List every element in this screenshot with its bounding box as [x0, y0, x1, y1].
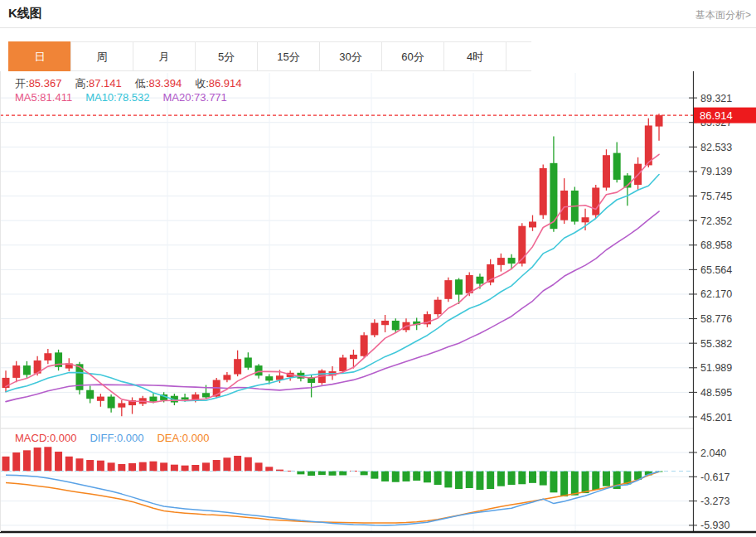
price-tick-label: 89.321: [700, 93, 732, 104]
macd-hist-bar-down: [592, 472, 599, 490]
candle-body-down: [255, 365, 263, 375]
candle-body-up: [44, 353, 51, 360]
macd-hist-bar-down: [381, 472, 389, 481]
ma-row-item-0: MA5:81.411: [15, 91, 72, 104]
macd-hist-bar-up: [265, 467, 273, 471]
candle-body-up: [350, 355, 357, 359]
macd-hist-bar-down: [392, 472, 400, 482]
macd-hist-bar-down: [497, 472, 505, 486]
price-tick-label: 58.776: [700, 313, 732, 325]
macd-tick-label: -0.617: [700, 472, 729, 483]
candle-body-up: [603, 155, 610, 187]
macd-tick-label: -5.930: [700, 520, 729, 531]
last-price-tag-text: 86.914: [700, 109, 733, 122]
candle-body-down: [202, 393, 210, 397]
price-tick-label: 62.170: [700, 288, 732, 300]
price-tick-label: 51.989: [700, 362, 732, 374]
price-tick-label: 75.745: [700, 191, 732, 202]
candle-body-down: [149, 397, 157, 402]
ma-row-item-1: MA10:78.532: [85, 91, 149, 104]
macd-hist-bar-up: [65, 457, 73, 472]
macd-hist-bar-up: [182, 466, 189, 472]
candle-body-down: [23, 365, 31, 375]
macd-hist-bar-down: [466, 472, 473, 489]
macd-hist-bar-up: [191, 465, 199, 471]
ma-info-row: MA5:81.411MA10:78.532MA20:73.771: [15, 91, 240, 104]
candle-body-down: [613, 153, 621, 180]
candle-body-up: [361, 335, 368, 356]
ohlc-row-item-1: 高:87.141: [75, 77, 121, 90]
macd-hist-bar-up: [108, 462, 115, 471]
price-tick-label: 45.201: [700, 412, 732, 423]
macd-tick-label: 2.040: [700, 448, 726, 459]
macd-hist-bar-up: [245, 457, 252, 472]
macd-row-item-1: DIFF:0.000: [90, 432, 143, 444]
candle-body-down: [392, 321, 400, 330]
candle-body-up: [234, 359, 241, 374]
macd-hist-bar-down: [571, 472, 579, 496]
macd-hist-bar-up: [23, 450, 31, 471]
macd-hist-bar-down: [424, 472, 431, 483]
candle-body-up: [371, 323, 378, 336]
macd-row-item-2: DEA:0.000: [157, 432, 209, 444]
ohlc-row-item-2: 低:83.394: [135, 77, 182, 90]
candle-body-up: [497, 258, 505, 265]
macd-hist-bar-down: [308, 472, 315, 477]
macd-hist-bar-down: [361, 472, 368, 476]
price-tick-label: 79.139: [700, 166, 732, 177]
candle-body-up: [592, 187, 599, 215]
macd-hist-bar-down: [318, 472, 326, 476]
macd-hist-bar-down: [508, 472, 516, 486]
price-tick-label: 68.958: [700, 239, 732, 251]
candle-body-up: [645, 125, 652, 165]
price-tick-label: 48.595: [700, 387, 732, 399]
macd-hist-bar-down: [560, 472, 568, 497]
ma-row-item-2: MA20:73.771: [162, 91, 226, 104]
ohlc-row-item-0: 开:85.367: [15, 77, 61, 90]
candle-body-down: [108, 397, 115, 409]
macd-hist-bar-down: [371, 472, 378, 479]
macd-hist-bar-up: [149, 462, 157, 472]
macd-hist-bar-down: [529, 472, 536, 483]
candle-body-up: [223, 375, 230, 380]
macd-hist-bar-down: [603, 472, 610, 486]
macd-hist-bar-down: [434, 472, 442, 486]
macd-hist-bar-up: [118, 464, 125, 471]
candle-body-down: [245, 357, 252, 367]
kline-page: K线图 基本面分析> 日周月5分15分30分60分4时 89.32185.927…: [0, 0, 756, 537]
candle-body-down: [455, 279, 463, 294]
price-tick-label: 72.352: [700, 215, 732, 227]
macd-hist-bar-up: [12, 452, 20, 471]
price-tick-label: 55.382: [700, 338, 732, 350]
candle-body-up: [381, 321, 389, 325]
candle-body-up: [529, 221, 536, 227]
macd-hist-bar-down: [550, 472, 557, 493]
macd-hist-bar-up: [44, 447, 51, 471]
macd-hist-bar-up: [34, 448, 41, 471]
candle-body-down: [182, 397, 189, 399]
macd-info-row: MACD:0.000DIFF:0.000DEA:0.000: [15, 432, 222, 444]
candle-body-up: [582, 217, 589, 222]
macd-hist-bar-up: [55, 452, 62, 471]
macd-hist-bar-up: [86, 460, 94, 471]
candle-body-down: [508, 258, 516, 264]
candle-body-up: [560, 191, 568, 220]
candle-body-up: [466, 275, 473, 293]
price-tick-label: 82.533: [700, 142, 732, 153]
candle-body-down: [476, 277, 483, 284]
macd-hist-bar-up: [97, 461, 104, 472]
ohlc-info-row: 开:85.367高:87.141低:83.394收:86.914: [15, 76, 255, 91]
macd-hist-bar-up: [234, 456, 241, 472]
macd-hist-bar-down: [540, 472, 547, 486]
candle-body-up: [444, 280, 452, 299]
candle-body-up: [97, 397, 104, 401]
macd-hist-bar-down: [329, 472, 337, 476]
macd-hist-bar-up: [213, 460, 220, 471]
macd-hist-bar-up: [128, 463, 136, 471]
macd-hist-bar-down: [582, 472, 589, 494]
macd-hist-bar-up: [223, 457, 230, 471]
candle-body-down: [265, 376, 273, 380]
macd-hist-bar-down: [402, 472, 410, 481]
macd-hist-bar-up: [2, 457, 10, 472]
macd-hist-bar-down: [339, 472, 346, 476]
